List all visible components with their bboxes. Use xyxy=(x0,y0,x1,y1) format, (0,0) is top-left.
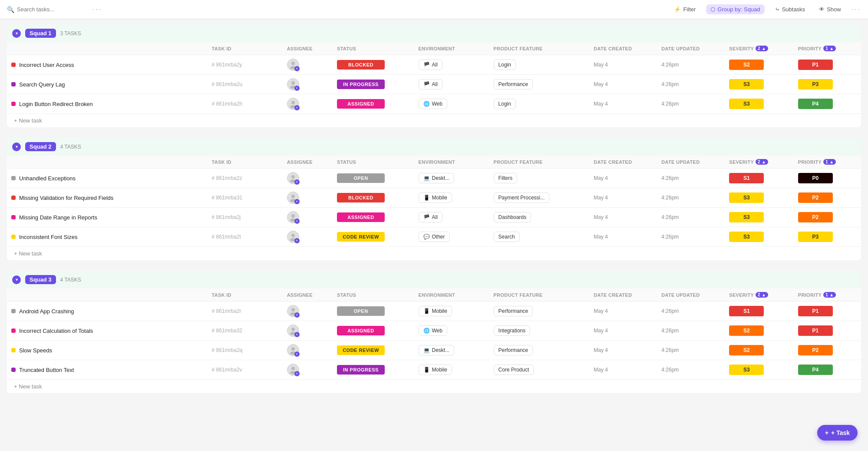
environment-badge[interactable]: 💻 Deskt... xyxy=(419,345,455,355)
environment-badge[interactable]: 📱 Mobile xyxy=(419,192,452,203)
env-icon: 🌐 xyxy=(423,101,430,107)
date-created-cell: May 4 xyxy=(589,227,657,247)
assignee-add-icon[interactable]: + xyxy=(294,352,300,357)
svg-point-12 xyxy=(291,234,295,237)
date-created-cell: May 4 xyxy=(589,55,657,75)
priority-badge: P3 xyxy=(798,79,833,90)
assignee-add-icon[interactable]: + xyxy=(294,312,300,318)
assignee-add-icon[interactable]: + xyxy=(294,105,300,110)
environment-badge[interactable]: 🏴 All xyxy=(419,79,442,90)
feature-badge[interactable]: Payment Processi... xyxy=(494,192,550,203)
task-id-cell: # 861mrba2v xyxy=(208,360,283,380)
date-updated-cell: 4:26pm xyxy=(657,55,725,75)
severity-cell: S3 xyxy=(725,188,794,208)
env-icon: 📱 xyxy=(423,195,430,201)
feature-badge[interactable]: Login xyxy=(494,99,516,109)
env-icon: 💻 xyxy=(423,175,430,181)
status-badge: CODE REVIEW xyxy=(337,345,385,355)
date-created-cell: May 4 xyxy=(589,169,657,188)
status-cell: OPEN xyxy=(333,169,414,188)
col-header-environment: ENVIRONMENT xyxy=(414,156,489,169)
environment-badge[interactable]: 🌐 Web xyxy=(419,99,447,109)
feature-cell: Dashboards xyxy=(489,208,590,227)
squad-tasks-count-1: 3 TASKS xyxy=(60,30,81,36)
priority-cell: P3 xyxy=(794,75,861,94)
task-name-text: Incorrect User Access xyxy=(19,62,74,68)
environment-badge[interactable]: 💻 Deskt... xyxy=(419,173,455,183)
squad-collapse-3[interactable]: ▾ xyxy=(12,275,21,284)
date-created-cell: May 4 xyxy=(589,75,657,94)
feature-badge[interactable]: Integrations xyxy=(494,325,531,336)
table-row: Search Query Lag # 861mrba2u + IN PROGRE… xyxy=(7,75,861,94)
assignee-cell: + xyxy=(283,341,333,360)
environment-badge[interactable]: 🌐 Web xyxy=(419,325,447,336)
environment-badge[interactable]: 📱 Mobile xyxy=(419,365,452,375)
status-cell: BLOCKED xyxy=(333,188,414,208)
feature-badge[interactable]: Performance xyxy=(494,306,533,316)
feature-badge[interactable]: Core Product xyxy=(494,365,534,375)
col-header-environment: ENVIRONMENT xyxy=(414,42,489,55)
environment-badge[interactable]: 💬 Other xyxy=(419,232,450,242)
assignee-add-icon[interactable]: + xyxy=(294,86,300,91)
priority-cell: P1 xyxy=(794,55,861,75)
task-name-cell: Slow Speeds xyxy=(7,341,208,360)
subtasks-button[interactable]: ⤷ Subtasks xyxy=(772,4,809,14)
top-bar-more-icon[interactable]: ··· xyxy=(851,6,861,13)
squad-collapse-2[interactable]: ▾ xyxy=(12,143,21,151)
assignee-add-icon[interactable]: + xyxy=(294,238,300,243)
assignee-add-icon[interactable]: + xyxy=(294,219,300,224)
environment-badge[interactable]: 🏴 All xyxy=(419,60,442,70)
task-id-cell: # 861mrba2u xyxy=(208,75,283,94)
feature-cell: Integrations xyxy=(489,321,590,341)
group-by-button[interactable]: ⬡ Group by: Squad xyxy=(706,4,764,14)
assignee-add-icon[interactable]: + xyxy=(294,66,300,71)
feature-cell: Search xyxy=(489,227,590,247)
new-task-button[interactable]: + New task xyxy=(7,380,861,393)
squad-collapse-1[interactable]: ▾ xyxy=(12,29,21,38)
date-updated-cell: 4:26pm xyxy=(657,169,725,188)
avatar: + xyxy=(287,364,299,376)
task-name-cell: Search Query Lag xyxy=(7,75,208,94)
assignee-add-icon[interactable]: + xyxy=(294,371,300,376)
search-input[interactable] xyxy=(17,6,90,13)
col-header-severity: SEVERITY 2 ▲ xyxy=(725,42,794,55)
status-badge: ASSIGNED xyxy=(337,212,385,222)
feature-badge[interactable]: Dashboards xyxy=(494,212,531,222)
status-badge: ASSIGNED xyxy=(337,99,385,109)
squad-header-1: ▾ Squad 1 3 TASKS xyxy=(7,24,861,42)
feature-badge[interactable]: Filters xyxy=(494,173,518,183)
feature-cell: Core Product xyxy=(489,360,590,380)
env-icon: 🏴 xyxy=(423,62,430,68)
task-name-text: Inconsistent Font Sizes xyxy=(19,234,77,240)
svg-point-6 xyxy=(291,175,295,179)
new-task-button[interactable]: + New task xyxy=(7,114,861,127)
assignee-cell: + xyxy=(283,302,333,321)
more-options-icon[interactable]: ··· xyxy=(92,6,102,13)
env-label: All xyxy=(432,214,438,220)
task-name-cell: Android App Crashing xyxy=(7,302,208,321)
feature-badge[interactable]: Performance xyxy=(494,345,533,355)
add-task-label: + Task xyxy=(831,429,850,436)
new-task-button[interactable]: + New task xyxy=(7,247,861,260)
feature-badge[interactable]: Performance xyxy=(494,79,533,90)
status-cell: ASSIGNED xyxy=(333,208,414,227)
col-header-task-id: TASK ID xyxy=(208,42,283,55)
task-color-dot xyxy=(11,196,16,200)
add-task-button[interactable]: + + Task xyxy=(817,425,858,441)
environment-badge[interactable]: 📱 Mobile xyxy=(419,306,452,316)
environment-cell: 💻 Deskt... xyxy=(414,341,489,360)
environment-badge[interactable]: 🏴 All xyxy=(419,212,442,222)
status-badge: BLOCKED xyxy=(337,60,385,70)
assignee-add-icon[interactable]: + xyxy=(294,199,300,204)
feature-badge[interactable]: Login xyxy=(494,60,516,70)
main-content: ▾ Squad 1 3 TASKS TASK ID ASSIGNEE STATU… xyxy=(0,19,868,451)
feature-badge[interactable]: Search xyxy=(494,232,520,242)
svg-point-8 xyxy=(291,195,295,198)
filter-button[interactable]: ⚡ Filter xyxy=(670,4,699,14)
assignee-add-icon[interactable]: + xyxy=(294,332,300,337)
severity-badge: S3 xyxy=(729,192,764,203)
table-row: Android App Crashing # 861mrba2r + OPEN xyxy=(7,302,861,321)
show-button[interactable]: 👁 Show xyxy=(815,4,845,14)
severity-badge: S1 xyxy=(729,173,764,183)
assignee-add-icon[interactable]: + xyxy=(294,179,300,185)
